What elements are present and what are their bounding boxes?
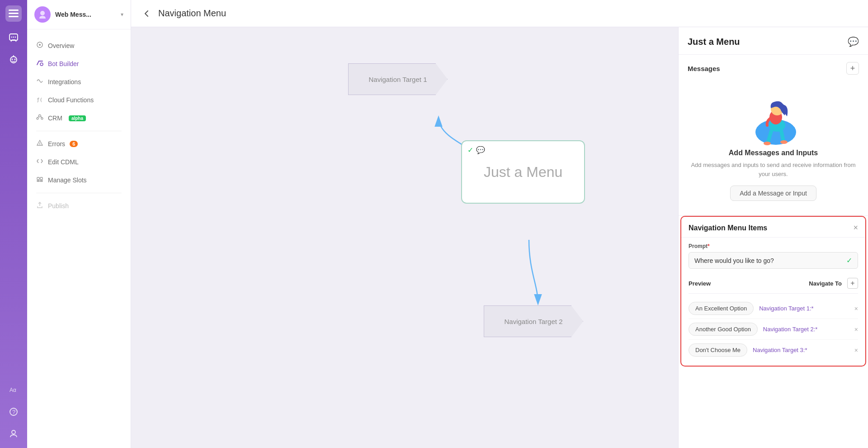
illustration-subtitle: Add messages and inputs to send and rece…	[688, 161, 859, 178]
main-menu-shape: ✓ 💬 Just a Menu	[461, 140, 585, 204]
edit-cdml-icon	[36, 157, 43, 167]
svg-point-6	[13, 37, 14, 38]
svg-rect-2	[9, 16, 19, 17]
main-menu-node[interactable]: ✓ 💬 Just a Menu	[461, 140, 585, 204]
right-panel-chat-icon: 💬	[848, 36, 859, 47]
messages-label-text: Messages	[688, 65, 720, 72]
translate-nav-icon[interactable]: Aα	[5, 381, 23, 399]
svg-point-17	[40, 11, 45, 15]
nav-target-2-node[interactable]: Navigation Target 2	[484, 305, 583, 337]
navigate-to-column-header: Navigate To	[809, 280, 842, 287]
sidebar-item-overview[interactable]: Overview	[27, 37, 131, 55]
svg-point-16	[12, 430, 15, 434]
crm-icon	[36, 114, 43, 123]
svg-line-25	[38, 117, 39, 118]
canvas-area[interactable]: Navigation Target 1 ✓ 💬 Just a Menu Navi…	[131, 27, 678, 448]
nav-menu-content: Prompt* ✓ Preview Navigate To +	[681, 238, 865, 366]
manage-slots-label: Manage Slots	[48, 176, 87, 184]
right-panel-header: Just a Menu 💬	[679, 27, 868, 55]
sidebar-item-edit-cdml[interactable]: Edit CDML	[27, 153, 131, 171]
integrations-icon	[36, 77, 43, 86]
svg-rect-29	[37, 177, 39, 180]
cloud-functions-label: Cloud Functions	[48, 96, 94, 104]
sidebar-navigation: Overview Bot Builder Integrations ƒ() Cl…	[27, 29, 131, 222]
nav-row-add-button[interactable]: +	[847, 278, 858, 289]
icon-bar: Aα ?	[0, 0, 27, 448]
bot-avatar	[34, 6, 51, 23]
right-panel-title: Just a Menu	[688, 37, 740, 47]
prompt-input-row: ✓	[689, 252, 858, 269]
dropdown-icon[interactable]: ▾	[121, 11, 123, 18]
nav-target-1-shape: Navigation Target 1	[348, 63, 448, 95]
app-logo[interactable]	[5, 5, 22, 22]
prompt-input[interactable]	[694, 257, 843, 264]
messages-section: Messages +	[679, 55, 868, 216]
svg-point-7	[15, 37, 16, 38]
back-button[interactable]	[142, 9, 151, 18]
sidebar-divider-1	[36, 131, 122, 131]
illustration-figure	[746, 89, 801, 143]
sidebar-item-publish[interactable]: Publish	[27, 197, 131, 215]
nav-option-1-target[interactable]: Navigation Target 1:*	[759, 305, 849, 312]
nav-option-1-label[interactable]: An Excellent Option	[689, 302, 754, 315]
svg-point-40	[780, 140, 788, 144]
sidebar-divider-2	[36, 193, 122, 193]
chat-nav-icon[interactable]	[5, 29, 23, 47]
message-icon: 💬	[476, 146, 485, 154]
nav-option-2-target[interactable]: Navigation Target 2:*	[763, 326, 849, 333]
nav-option-3-target[interactable]: Navigation Target 3:*	[753, 347, 849, 353]
preview-column-header: Preview	[689, 280, 711, 287]
nav-option-2-label[interactable]: Another Good Option	[689, 323, 758, 336]
svg-rect-32	[40, 181, 42, 181]
nav-target-1-node[interactable]: Navigation Target 1	[348, 63, 448, 95]
nav-menu-panel-header: Navigation Menu Items ×	[681, 217, 865, 238]
svg-text:?: ?	[12, 409, 15, 415]
svg-point-12	[13, 55, 14, 56]
svg-text:Aα: Aα	[9, 387, 16, 393]
nav-target-2-shape: Navigation Target 2	[484, 305, 583, 337]
svg-point-9	[12, 59, 13, 60]
bot-nav-icon[interactable]	[5, 51, 23, 69]
sidebar-item-bot-builder[interactable]: Bot Builder	[27, 55, 131, 73]
nav-table-header: Preview Navigate To +	[689, 275, 858, 294]
bot-builder-label: Bot Builder	[48, 60, 79, 67]
sidebar-item-manage-slots[interactable]: Manage Slots	[27, 171, 131, 189]
messages-add-button[interactable]: +	[846, 62, 859, 75]
errors-label: Errors	[48, 140, 65, 148]
errors-badge: 6	[70, 141, 78, 147]
bot-builder-icon	[36, 59, 43, 68]
main-area: Navigation Menu Navigation Target 1	[131, 0, 868, 448]
sidebar-item-errors[interactable]: Errors 6	[27, 135, 131, 153]
nav-menu-panel-close[interactable]: ×	[853, 223, 858, 233]
user-nav-icon[interactable]	[5, 424, 23, 443]
sidebar-item-cloud-functions[interactable]: ƒ() Cloud Functions	[27, 91, 131, 109]
svg-rect-30	[40, 177, 42, 180]
sidebar-item-crm[interactable]: CRM alpha	[27, 109, 131, 127]
nav-option-2-delete[interactable]: ×	[854, 326, 858, 333]
nav-option-1-delete[interactable]: ×	[854, 305, 858, 312]
nav-option-3-label[interactable]: Don't Choose Me	[689, 343, 747, 357]
nav-row-2: Another Good Option Navigation Target 2:…	[689, 319, 858, 340]
sidebar-item-integrations[interactable]: Integrations	[27, 73, 131, 91]
top-bar: Navigation Menu	[131, 0, 868, 27]
nav-row-1: An Excellent Option Navigation Target 1:…	[689, 298, 858, 319]
page-title: Navigation Menu	[158, 8, 226, 19]
svg-text:ƒ(): ƒ()	[37, 97, 43, 103]
svg-point-22	[39, 115, 41, 117]
nav-target-1-label: Navigation Target 1	[369, 76, 427, 83]
bot-name: Web Mess...	[55, 11, 116, 18]
integrations-label: Integrations	[48, 78, 81, 86]
overview-icon	[36, 41, 43, 50]
svg-point-19	[39, 44, 41, 46]
sidebar-header: Web Mess... ▾	[27, 0, 131, 29]
add-message-or-input-button[interactable]: Add a Message or Input	[730, 186, 816, 201]
svg-rect-3	[15, 10, 19, 11]
nav-option-3-delete[interactable]: ×	[854, 347, 858, 354]
svg-point-28	[39, 144, 40, 145]
nav-menu-panel: Navigation Menu Items × Prompt* ✓ Previe…	[680, 216, 866, 367]
help-nav-icon[interactable]: ?	[5, 403, 23, 421]
sidebar: Web Mess... ▾ Overview Bot Builder Integ…	[27, 0, 131, 448]
messages-label-row: Messages +	[688, 62, 859, 75]
svg-point-20	[40, 63, 43, 66]
crm-label: CRM	[48, 114, 62, 122]
